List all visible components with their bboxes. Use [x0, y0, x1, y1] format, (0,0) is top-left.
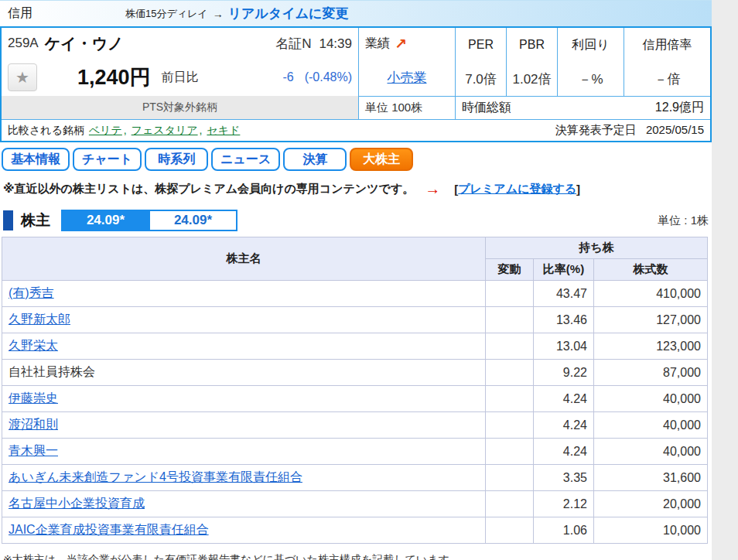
- shareholder-link[interactable]: あいぎん未来創造ファンド4号投資事業有限責任組合: [9, 470, 302, 483]
- metric-pbr: PBR 1.02倍: [506, 28, 557, 96]
- cell-change: [486, 517, 534, 544]
- shareholder-link[interactable]: JAIC企業育成投資事業有限責任組合: [9, 523, 209, 536]
- shareholder-link[interactable]: 名古屋中小企業投資育成: [9, 497, 145, 510]
- table-row: 久野新太郎13.46127,000: [2, 307, 708, 333]
- metric-value: 7.0倍: [456, 62, 506, 96]
- cell-shares: 40,000: [594, 439, 708, 465]
- cell-ratio: 4.24: [534, 386, 594, 412]
- stock-name: ケイ・ウノ: [45, 33, 124, 54]
- sector-column: 業績 ↗ 小売業 単位 100株: [358, 28, 456, 119]
- top-strip: 信用 株価15分ディレイ → リアルタイムに変更: [0, 0, 712, 26]
- table-row: 伊藤崇史4.2440,000: [2, 386, 708, 412]
- section-marker: [3, 210, 13, 230]
- unit-note: 単位 : 1株: [658, 213, 709, 228]
- table-row: 名古屋中小企業投資育成2.1220,000: [2, 491, 708, 517]
- metric-per: PER 7.0倍: [456, 28, 506, 96]
- column-header-change: 変動: [486, 259, 534, 281]
- tab-major-shareholders[interactable]: 大株主: [350, 148, 413, 171]
- tab-time-series[interactable]: 時系列: [145, 148, 208, 171]
- market-label: 名証N: [275, 36, 311, 51]
- shareholder-link[interactable]: 久野栄太: [9, 339, 58, 352]
- stock-summary: 259A ケイ・ウノ 名証N14:39 ★ 1,240円 前日比 -6(-0.4…: [2, 28, 358, 119]
- cell-shares: 123,000: [594, 333, 708, 360]
- cell-change: [486, 307, 534, 333]
- trade-unit: 単位 100株: [359, 96, 455, 119]
- compare-link-2[interactable]: フェスタリア: [132, 124, 198, 136]
- sector-link[interactable]: 小売業: [388, 69, 427, 87]
- red-arrow-icon: →: [425, 180, 440, 198]
- cell-change: [486, 386, 534, 412]
- shareholder-name-cell: 自社社員持株会: [2, 360, 486, 386]
- quote-time: 14:39: [319, 36, 352, 51]
- star-icon: ★: [15, 68, 29, 87]
- metric-yield: 利回り －%: [557, 28, 624, 96]
- market-cap-value: 12.9億円: [655, 100, 704, 116]
- shareholder-rows: (有)秀吉43.47410,000久野新太郎13.46127,000久野栄太13…: [2, 281, 708, 544]
- premium-register-link[interactable]: プレミアムに登録する: [458, 182, 576, 196]
- cell-ratio: 43.47: [534, 281, 594, 307]
- cell-change: [486, 281, 534, 307]
- tab-basic-info[interactable]: 基本情報: [2, 148, 70, 171]
- cell-shares: 127,000: [594, 307, 708, 333]
- stock-code: 259A: [8, 36, 39, 51]
- cell-change: [486, 333, 534, 360]
- tab-chart[interactable]: チャート: [73, 148, 142, 171]
- panel-bottom-row: 比較される銘柄 ベリテ, フェスタリア, セキド 決算発表予定日 2025/05…: [2, 119, 710, 141]
- price-change: -6(-0.48%): [282, 70, 352, 84]
- earnings-date-label: 決算発表予定日: [555, 123, 637, 136]
- delay-label: 株価15分ディレイ: [125, 7, 208, 21]
- cell-shares: 31,600: [594, 465, 708, 491]
- compare-link-1[interactable]: ベリテ: [89, 124, 122, 136]
- metric-value: －%: [558, 62, 624, 96]
- metric-value: 1.02倍: [507, 62, 557, 96]
- shareholder-link[interactable]: 久野新太郎: [9, 312, 70, 326]
- shareholder-name-cell: (有)秀吉: [2, 281, 486, 307]
- shareholder-link[interactable]: 伊藤崇史: [9, 391, 58, 405]
- shareholder-link[interactable]: 青木興一: [9, 444, 58, 457]
- earnings-up-arrow-icon: ↗: [395, 35, 407, 53]
- cell-ratio: 9.22: [534, 360, 594, 386]
- shareholder-name-cell: 渡沼和則: [2, 412, 486, 439]
- earnings-date: 決算発表予定日 2025/05/15: [549, 123, 704, 138]
- separator: ,: [200, 124, 203, 136]
- cell-change: [486, 491, 534, 517]
- table-row: 自社社員持株会9.2287,000: [2, 360, 708, 386]
- cell-change: [486, 360, 534, 386]
- compare-stocks: 比較される銘柄 ベリテ, フェスタリア, セキド: [8, 124, 241, 138]
- page: 信用 株価15分ディレイ → リアルタイムに変更 259A ケイ・ウノ 名証N1…: [0, 0, 712, 560]
- tab-news[interactable]: ニュース: [211, 148, 280, 171]
- cell-ratio: 13.46: [534, 307, 594, 333]
- shareholder-name-cell: JAIC企業育成投資事業有限責任組合: [2, 517, 486, 544]
- compare-link-3[interactable]: セキド: [207, 124, 240, 136]
- separator: ,: [124, 124, 127, 136]
- prev-day-label: 前日比: [162, 70, 199, 86]
- cell-change: [486, 465, 534, 491]
- stock-price: 1,240円: [77, 63, 151, 91]
- period-button-active[interactable]: 24.09*: [61, 210, 150, 231]
- table-row: 青木興一4.2440,000: [2, 439, 708, 465]
- tab-financials[interactable]: 決算: [283, 148, 347, 171]
- shareholder-section-header: 株主 24.09* 24.09* 単位 : 1株: [3, 209, 709, 232]
- shareholder-name-cell: 伊藤崇史: [2, 386, 486, 412]
- valuation-column: PER 7.0倍 PBR 1.02倍 利回り －% 信用倍率 －倍: [456, 28, 710, 119]
- margin-badge: 信用: [8, 5, 32, 22]
- metric-label: 利回り: [558, 28, 624, 62]
- shareholder-link[interactable]: 渡沼和則: [9, 418, 58, 431]
- table-header: 株主名 持ち株 変動 比率(%) 株式数: [2, 237, 708, 281]
- shareholder-name-cell: あいぎん未来創造ファンド4号投資事業有限責任組合: [2, 465, 486, 491]
- tab-bar: 基本情報 チャート 時系列 ニュース 決算 大株主: [2, 148, 712, 171]
- cell-change: [486, 439, 534, 465]
- column-header-holdings: 持ち株: [486, 237, 708, 259]
- compare-label: 比較される銘柄: [8, 124, 84, 136]
- favorite-star-button[interactable]: ★: [8, 63, 37, 91]
- shareholders-table: 株主名 持ち株 変動 比率(%) 株式数 (有)秀吉43.47410,000久野…: [2, 237, 708, 544]
- shareholder-link[interactable]: (有)秀吉: [9, 286, 54, 299]
- column-header-shares: 株式数: [594, 259, 708, 281]
- column-header-ratio: 比率(%): [534, 259, 594, 281]
- period-button[interactable]: 24.09*: [149, 210, 237, 231]
- column-header-name: 株主名: [2, 237, 486, 281]
- shareholder-name: 自社社員持株会: [9, 365, 95, 378]
- cell-shares: 10,000: [594, 517, 708, 544]
- realtime-link[interactable]: リアルタイムに変更: [228, 5, 349, 22]
- cell-ratio: 4.24: [534, 439, 594, 465]
